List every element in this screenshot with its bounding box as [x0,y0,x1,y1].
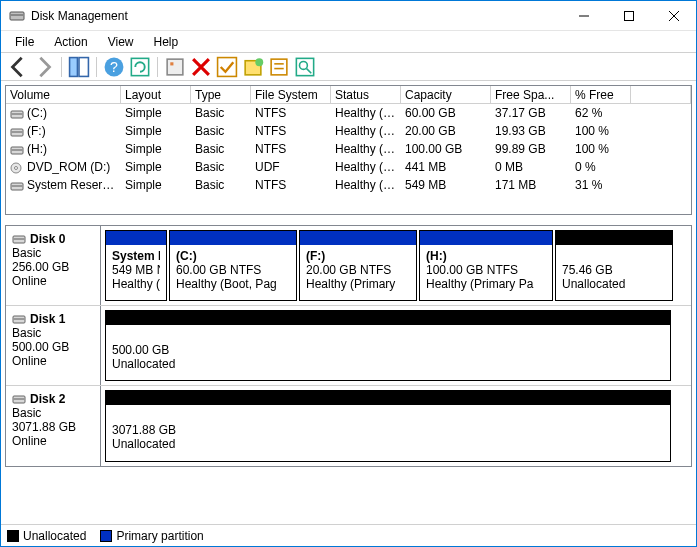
svg-rect-13 [218,57,237,76]
svg-rect-7 [79,57,88,76]
graphical-view: Disk 0Basic256.00 GBOnlineSystem R549 MB… [5,225,692,467]
volume-row[interactable]: System ReservedSimpleBasicNTFSHealthy (S… [6,176,691,194]
col-capacity[interactable]: Capacity [401,86,491,103]
delete-icon[interactable] [190,56,212,78]
partition[interactable]: (H:)100.00 GB NTFSHealthy (Primary Pa [419,230,553,301]
separator [61,57,62,77]
settings-icon[interactable] [164,56,186,78]
window-title: Disk Management [31,9,561,23]
volume-row[interactable]: (F:)SimpleBasicNTFSHealthy (P...20.00 GB… [6,122,691,140]
partition[interactable]: (F:)20.00 GB NTFSHealthy (Primary [299,230,417,301]
col-type[interactable]: Type [191,86,251,103]
svg-rect-25 [11,131,23,133]
content-area: Volume Layout Type File System Status Ca… [1,81,696,471]
legend: Unallocated Primary partition [1,524,696,546]
new-icon[interactable] [242,56,264,78]
back-button[interactable] [7,56,29,78]
window-controls [561,1,696,30]
volume-row[interactable]: (C:)SimpleBasicNTFSHealthy (B...60.00 GB… [6,104,691,122]
partitions: 500.00 GBUnallocated [101,306,691,385]
col-filesystem[interactable]: File System [251,86,331,103]
col-pctfree[interactable]: % Free [571,86,631,103]
menu-help[interactable]: Help [146,33,187,51]
titlebar: Disk Management [1,1,696,31]
col-layout[interactable]: Layout [121,86,191,103]
svg-rect-11 [167,59,183,75]
partition[interactable]: 75.46 GBUnallocated [555,230,673,301]
col-volume[interactable]: Volume [6,86,121,103]
svg-point-29 [15,166,18,169]
disk-info[interactable]: Disk 1Basic500.00 GBOnline [6,306,101,385]
show-hide-icon[interactable] [68,56,90,78]
separator [96,57,97,77]
search-icon[interactable] [294,56,316,78]
svg-point-15 [255,58,263,66]
help-icon[interactable]: ? [103,56,125,78]
properties-icon[interactable] [268,56,290,78]
toolbar: ? [1,53,696,81]
disk-info[interactable]: Disk 2Basic3071.88 GBOnline [6,386,101,466]
volume-row[interactable]: (H:)SimpleBasicNTFSHealthy (P...100.00 G… [6,140,691,158]
forward-button[interactable] [33,56,55,78]
volume-list: Volume Layout Type File System Status Ca… [5,85,692,215]
menu-view[interactable]: View [100,33,142,51]
svg-text:?: ? [110,58,118,74]
partition[interactable]: 3071.88 GBUnallocated [105,390,671,462]
partitions: 3071.88 GBUnallocated [101,386,691,466]
refresh-icon[interactable] [129,56,151,78]
svg-rect-23 [11,113,23,115]
app-icon [9,8,25,24]
menubar: File Action View Help [1,31,696,53]
col-free[interactable]: Free Spa... [491,86,571,103]
maximize-button[interactable] [606,1,651,30]
svg-rect-27 [11,149,23,151]
menu-file[interactable]: File [7,33,42,51]
volume-list-header: Volume Layout Type File System Status Ca… [6,86,691,104]
svg-rect-6 [70,57,78,76]
svg-rect-37 [13,398,25,400]
col-spacer [631,86,691,103]
disk-row: Disk 0Basic256.00 GBOnlineSystem R549 MB… [6,226,691,306]
svg-rect-3 [624,11,633,20]
disk-info[interactable]: Disk 0Basic256.00 GBOnline [6,226,101,305]
svg-rect-1 [10,14,24,16]
col-status[interactable]: Status [331,86,401,103]
volume-row[interactable]: DVD_ROM (D:)SimpleBasicUDFHealthy (P...4… [6,158,691,176]
svg-rect-33 [13,238,25,240]
partition[interactable]: (C:)60.00 GB NTFSHealthy (Boot, Pag [169,230,297,301]
separator [157,57,158,77]
partition[interactable]: System R549 MB NHealthy ( [105,230,167,301]
svg-rect-31 [11,185,23,187]
legend-primary: Primary partition [100,529,203,543]
svg-rect-35 [13,318,25,320]
volume-list-body[interactable]: (C:)SimpleBasicNTFSHealthy (B...60.00 GB… [6,104,691,214]
disk-row: Disk 2Basic3071.88 GBOnline3071.88 GBUna… [6,386,691,466]
minimize-button[interactable] [561,1,606,30]
disk-row: Disk 1Basic500.00 GBOnline500.00 GBUnall… [6,306,691,386]
svg-rect-16 [271,59,287,75]
partition[interactable]: 500.00 GBUnallocated [105,310,671,381]
partitions: System R549 MB NHealthy ((C:)60.00 GB NT… [101,226,691,305]
menu-action[interactable]: Action [46,33,95,51]
close-button[interactable] [651,1,696,30]
svg-rect-10 [131,58,148,75]
svg-rect-12 [170,62,173,65]
check-icon[interactable] [216,56,238,78]
legend-unallocated: Unallocated [7,529,86,543]
